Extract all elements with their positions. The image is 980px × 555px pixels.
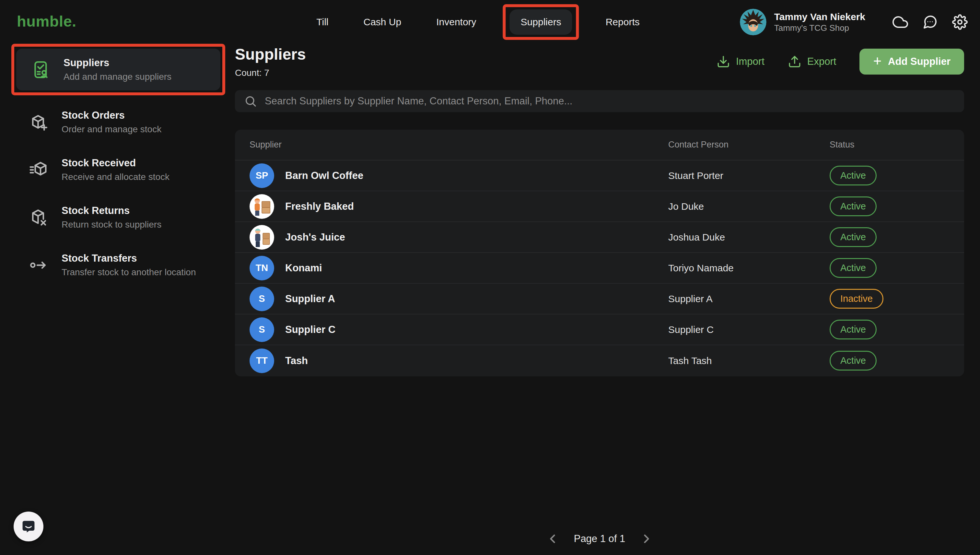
import-label: Import [736, 56, 764, 67]
sidebar-item-desc: Order and manage stock [62, 124, 162, 135]
sidebar-item-title: Suppliers [64, 57, 171, 69]
status-badge: Active [829, 351, 877, 371]
supplier-cell: Josh's Juice [250, 225, 668, 250]
add-supplier-label: Add Supplier [888, 56, 951, 67]
nav-annotation-box: Suppliers [503, 4, 579, 40]
nav-item-cash-up[interactable]: Cash Up [355, 10, 410, 35]
supplier-avatar: S [250, 318, 274, 342]
gear-icon[interactable] [952, 14, 968, 30]
supplier-name: Supplier A [285, 293, 335, 305]
sidebar-item-stock-orders[interactable]: Stock OrdersOrder and manage stock [11, 101, 225, 143]
page-label: Page 1 of 1 [574, 533, 626, 545]
contact-person: Joshua Duke [668, 232, 829, 243]
supplier-name: Josh's Juice [285, 231, 345, 243]
search-bar [235, 90, 964, 112]
status-badge: Active [829, 320, 877, 339]
search-input[interactable] [265, 95, 955, 107]
supplier-name: Supplier C [285, 324, 335, 335]
sidebar-item-text: Stock ReceivedReceive and allocate stock [62, 157, 170, 182]
search-icon [244, 95, 257, 107]
sidebar-item-desc: Return stock to suppliers [62, 220, 162, 230]
sidebar-item-title: Stock Transfers [62, 253, 196, 264]
status-badge: Active [829, 196, 877, 216]
sidebar-item-text: Stock OrdersOrder and manage stock [62, 109, 162, 135]
nav-item-till[interactable]: Till [308, 10, 337, 35]
support-chat-launcher[interactable] [14, 512, 43, 541]
sidebar-item-text: SuppliersAdd and manage suppliers [64, 57, 171, 82]
sidebar-item-desc: Receive and allocate stock [62, 172, 170, 182]
sidebar-item-stock-returns[interactable]: Stock ReturnsReturn stock to suppliers [11, 196, 225, 238]
stock-orders-icon [29, 112, 49, 132]
contact-person: Tash Tash [668, 355, 829, 366]
column-header-status: Status [829, 140, 950, 150]
add-supplier-button[interactable]: + Add Supplier [860, 49, 964, 75]
table-row[interactable]: SPBarn Owl CoffeeStuart PorterActive [235, 160, 964, 191]
chevron-left-icon[interactable] [545, 532, 560, 546]
sidebar-item-suppliers[interactable]: SuppliersAdd and manage suppliers [16, 49, 220, 90]
contact-person: Supplier C [668, 324, 829, 335]
stock-received-icon [29, 160, 49, 180]
table-row[interactable]: Josh's JuiceJoshua DukeActive [235, 222, 964, 253]
nav-item-suppliers[interactable]: Suppliers [510, 10, 572, 35]
status-cell: Active [829, 227, 950, 247]
status-badge: Active [829, 227, 877, 247]
supplier-cell: SPBarn Owl Coffee [250, 164, 668, 188]
contact-person: Toriyo Namade [668, 263, 829, 274]
column-header-supplier: Supplier [250, 140, 668, 150]
table-row[interactable]: SSupplier CSupplier CActive [235, 314, 964, 345]
sidebar-item-stock-received[interactable]: Stock ReceivedReceive and allocate stock [11, 149, 225, 191]
sidebar-item-desc: Transfer stock to another location [62, 267, 196, 278]
status-cell: Inactive [829, 289, 950, 309]
contact-person: Stuart Porter [668, 170, 829, 181]
export-button[interactable]: Export [788, 55, 836, 68]
supplier-cell: SSupplier A [250, 287, 668, 311]
import-button[interactable]: Import [717, 55, 764, 68]
chevron-right-icon[interactable] [639, 532, 654, 546]
supplier-cell: TTTash [250, 348, 668, 373]
supplier-cell: SSupplier C [250, 318, 668, 342]
cloud-icon[interactable] [892, 14, 908, 30]
status-badge: Active [829, 258, 877, 278]
app-root: { "brand": { "logo": "humble." }, "nav":… [0, 0, 980, 555]
sidebar-item-title: Stock Returns [62, 205, 162, 217]
supplier-avatar: SP [250, 164, 274, 188]
stock-returns-icon [29, 208, 49, 227]
supplier-name: Freshly Baked [285, 201, 354, 212]
status-cell: Active [829, 166, 950, 185]
status-cell: Active [829, 320, 950, 339]
header-actions: Import Export + Add Supplier [717, 49, 964, 75]
nav-item-reports[interactable]: Reports [597, 10, 648, 35]
sidebar-item-text: Stock ReturnsReturn stock to suppliers [62, 205, 162, 230]
worker-with-boxes-illustration [250, 225, 274, 250]
suppliers-contact-icon [31, 60, 51, 79]
supplier-name: Tash [285, 355, 308, 367]
user-shop: Tammy's TCG Shop [774, 23, 865, 34]
table-row[interactable]: TTTashTash TashActive [235, 345, 964, 376]
status-badge: Inactive [829, 289, 884, 309]
chat-icon[interactable] [922, 14, 938, 30]
status-cell: Active [829, 258, 950, 278]
user-avatar[interactable] [740, 9, 767, 35]
main-content: Suppliers Count: 7 Import Export + Add S… [235, 45, 964, 551]
user-menu[interactable]: Tammy Van Niekerk Tammy's TCG Shop [740, 9, 865, 35]
stock-transfers-icon [29, 255, 49, 275]
download-icon [717, 55, 730, 68]
column-header-contact-person: Contact Person [668, 140, 829, 150]
sidebar-item-text: Stock TransfersTransfer stock to another… [62, 253, 196, 278]
table-row[interactable]: SSupplier ASupplier AInactive [235, 284, 964, 314]
supplier-avatar: TN [250, 256, 274, 281]
upload-icon [788, 55, 801, 68]
nav-item-inventory[interactable]: Inventory [428, 10, 485, 35]
supplier-name: Barn Owl Coffee [285, 170, 363, 181]
sidebar-item-stock-transfers[interactable]: Stock TransfersTransfer stock to another… [11, 244, 225, 286]
brand-logo[interactable]: humble. [17, 12, 77, 30]
contact-person: Supplier A [668, 294, 829, 305]
table-row[interactable]: TNKonamiToriyo NamadeActive [235, 253, 964, 284]
table-row[interactable]: Freshly BakedJo DukeActive [235, 191, 964, 222]
sidebar-item-desc: Add and manage suppliers [64, 72, 171, 82]
table-body: SPBarn Owl CoffeeStuart PorterActiveFres… [235, 160, 964, 376]
supplier-cell: Freshly Baked [250, 194, 668, 219]
top-bar: humble. TillCash UpInventorySuppliersRep… [0, 0, 980, 44]
chat-bubble-icon [20, 518, 37, 535]
delivery-person-with-boxes-illustration [250, 194, 274, 219]
